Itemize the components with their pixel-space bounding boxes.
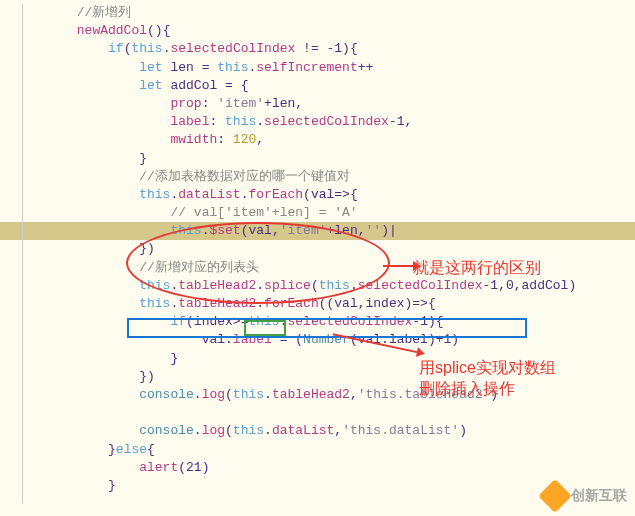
code-line[interactable]: alert(21): [0, 459, 635, 477]
code-line[interactable]: prop: 'item'+len,: [0, 95, 635, 113]
fold-gutter: [22, 4, 23, 503]
code-line[interactable]: }): [0, 240, 635, 258]
code-line[interactable]: }else{: [0, 441, 635, 459]
code-editor[interactable]: //新增列 newAddCol(){ if(this.selectedColIn…: [0, 0, 635, 499]
code-line[interactable]: [0, 404, 635, 422]
code-line[interactable]: mwidth: 120,: [0, 131, 635, 149]
code-line[interactable]: }: [0, 150, 635, 168]
code-line[interactable]: let addCol = {: [0, 77, 635, 95]
watermark: 创新互联: [543, 484, 627, 508]
code-line[interactable]: newAddCol(){: [0, 22, 635, 40]
code-line[interactable]: if(index>=this.selectedColIndex-1){: [0, 313, 635, 331]
code-line[interactable]: console.log(this.dataList,'this.dataList…: [0, 422, 635, 440]
code-line[interactable]: if(this.selectedColIndex != -1){: [0, 40, 635, 58]
code-line[interactable]: this.tableHead2.splice(this.selectedColI…: [0, 277, 635, 295]
code-line[interactable]: this.tableHead2.forEach((val,index)=>{: [0, 295, 635, 313]
code-line[interactable]: // val['item'+len] = 'A': [0, 204, 635, 222]
watermark-icon: [538, 479, 572, 513]
code-line-highlighted[interactable]: this.$set(val,'item'+len,'')|: [0, 222, 635, 240]
annotation-text-1: 就是这两行的区别: [413, 257, 541, 279]
annotation-text-2: 用splice实现对数组 删除插入操作: [419, 358, 556, 400]
code-line[interactable]: let len = this.selfIncrement++: [0, 59, 635, 77]
code-line[interactable]: this.dataList.forEach(val=>{: [0, 186, 635, 204]
watermark-text: 创新互联: [571, 486, 627, 506]
code-line[interactable]: label: this.selectedColIndex-1,: [0, 113, 635, 131]
code-line[interactable]: val.label = (Number(val.label)+1): [0, 331, 635, 349]
code-line[interactable]: //添加表格数据对应的哪一个键值对: [0, 168, 635, 186]
code-line[interactable]: //新增列: [0, 4, 635, 22]
